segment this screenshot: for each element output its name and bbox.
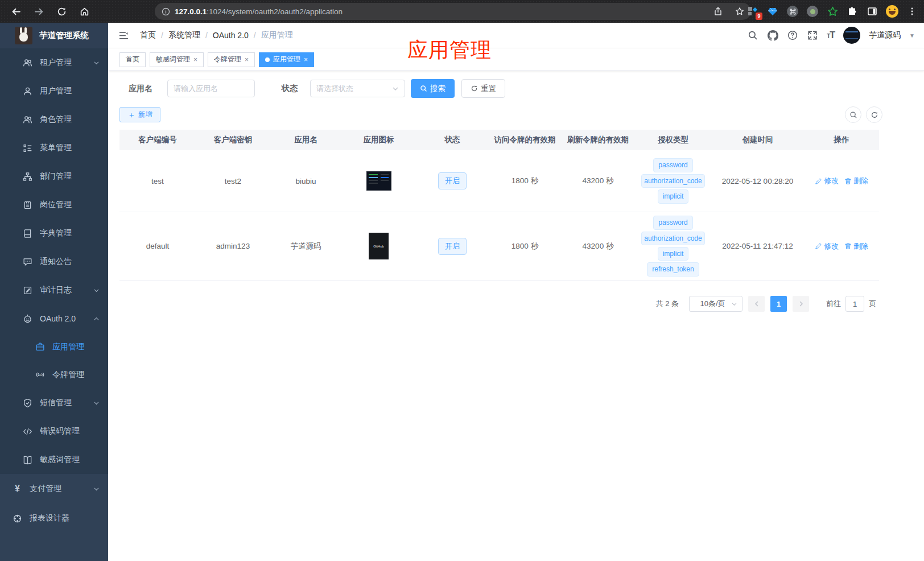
sidebar-item-audit-log[interactable]: 审计日志 xyxy=(0,276,108,304)
extension-command-icon[interactable] xyxy=(786,5,799,18)
browser-reload-icon[interactable] xyxy=(55,5,68,18)
breadcrumb-oauth[interactable]: OAuth 2.0 xyxy=(213,31,249,40)
browser-back-icon[interactable] xyxy=(9,5,23,18)
search-icon xyxy=(420,85,427,92)
app-logo[interactable]: 芋道管理系统 xyxy=(0,23,108,48)
page-size-select[interactable]: 10条/页 xyxy=(689,296,742,312)
url-text: 127.0.0.1:1024/system/oauth2/oauth2/appl… xyxy=(175,7,713,16)
extension-record-icon[interactable] xyxy=(806,5,819,18)
sidebar-item-sensitive-word[interactable]: 敏感词管理 xyxy=(0,446,108,474)
side-panel-icon[interactable] xyxy=(866,5,878,18)
sidebar-item-notice[interactable]: 通知公告 xyxy=(0,248,108,276)
secret-cell: test2 xyxy=(196,177,270,185)
app-icon-image xyxy=(366,171,391,191)
sidebar-item-label: 应用管理 xyxy=(52,342,84,352)
sidebar-item-report-designer[interactable]: 报表设计器 xyxy=(0,504,108,533)
refresh-token-validity-cell: 43200 秒 xyxy=(561,241,635,251)
goto-page-input[interactable] xyxy=(845,296,864,312)
edit-pencil-icon xyxy=(815,178,822,185)
sidebar-item-dict[interactable]: 字典管理 xyxy=(0,219,108,248)
sidebar-item-sms[interactable]: 短信管理 xyxy=(0,389,108,417)
user-avatar[interactable] xyxy=(843,27,860,44)
header-search-icon[interactable] xyxy=(747,30,758,41)
status-badge[interactable]: 开启 xyxy=(438,238,467,255)
sidebar-item-menu[interactable]: 菜单管理 xyxy=(0,134,108,162)
breadcrumb-system[interactable]: 系统管理 xyxy=(168,30,200,40)
browser-forward-icon[interactable] xyxy=(32,5,46,18)
sidebar-item-label: 支付管理 xyxy=(30,484,61,494)
breadcrumb-home[interactable]: 首页 xyxy=(140,30,156,40)
applications-table: 客户端编号 客户端密钥 应用名 应用图标 状态 访问令牌的有效期 刷新令牌的有效… xyxy=(119,130,879,280)
tab-application[interactable]: 应用管理× xyxy=(259,52,314,67)
delete-button[interactable]: 删除 xyxy=(844,176,868,186)
close-icon[interactable]: × xyxy=(245,56,249,64)
extension-grid-icon[interactable]: 9 xyxy=(746,5,759,18)
app-briefcase-icon xyxy=(35,342,45,352)
report-designer-icon xyxy=(13,514,22,523)
search-button[interactable]: 搜索 xyxy=(411,79,455,98)
sidebar-item-post[interactable]: 岗位管理 xyxy=(0,191,108,219)
browser-menu-icon[interactable] xyxy=(906,5,918,18)
next-page-button[interactable] xyxy=(793,296,809,312)
status-select[interactable]: 请选择状态 xyxy=(310,80,405,97)
prev-page-button[interactable] xyxy=(748,296,765,312)
post-badge-icon xyxy=(23,200,32,210)
share-icon[interactable] xyxy=(713,7,723,16)
browser-home-icon[interactable] xyxy=(77,5,91,18)
chevron-right-icon xyxy=(798,300,805,307)
sidebar-collapse-icon[interactable] xyxy=(117,29,130,42)
sidebar-item-oauth[interactable]: OAuth 2.0 xyxy=(0,304,108,333)
chevron-down-icon xyxy=(93,287,100,294)
table-toolbar: ＋ 新增 xyxy=(119,106,913,123)
username[interactable]: 芋道源码 xyxy=(869,30,901,40)
extension-star-icon[interactable] xyxy=(826,5,839,18)
delete-button[interactable]: 删除 xyxy=(844,241,868,251)
user-caret-down-icon[interactable]: ▼ xyxy=(909,32,915,39)
page-suffix-label: 页 xyxy=(869,299,876,309)
trash-icon xyxy=(844,178,852,185)
close-icon[interactable]: × xyxy=(193,56,197,64)
sidebar-item-pay[interactable]: ¥ 支付管理 xyxy=(0,474,108,504)
refresh-table-button[interactable] xyxy=(866,106,882,123)
table-row: default admin123 芋道源码 GitHub 开启 1800 秒 4… xyxy=(119,212,879,280)
tab-home[interactable]: 首页 xyxy=(119,52,146,67)
svg-text:A: A xyxy=(39,373,42,377)
app-name-input[interactable] xyxy=(167,80,255,97)
total-count: 共 2 条 xyxy=(656,299,679,309)
add-button[interactable]: ＋ 新增 xyxy=(119,107,160,122)
site-info-icon[interactable] xyxy=(162,7,170,16)
chevron-down-icon xyxy=(93,486,100,492)
url-bar[interactable]: 127.0.0.1:1024/system/oauth2/oauth2/appl… xyxy=(155,3,751,20)
sidebar-item-tenant[interactable]: 租户管理 xyxy=(0,48,108,77)
edit-button[interactable]: 修改 xyxy=(815,176,839,186)
profile-avatar-icon[interactable] xyxy=(886,5,898,18)
extension-puzzle-icon[interactable] xyxy=(846,5,859,18)
github-icon[interactable] xyxy=(767,30,778,41)
help-icon[interactable] xyxy=(787,30,798,41)
tab-token[interactable]: 令牌管理× xyxy=(208,52,255,67)
bookmark-star-icon[interactable] xyxy=(735,7,744,16)
sidebar-item-dept[interactable]: 部门管理 xyxy=(0,162,108,191)
show-search-toggle-button[interactable] xyxy=(845,106,861,123)
status-badge[interactable]: 开启 xyxy=(438,172,467,189)
sidebar-item-oauth-application[interactable]: 应用管理 xyxy=(0,333,108,361)
reset-button[interactable]: 重置 xyxy=(461,79,505,98)
font-size-icon[interactable]: TT xyxy=(827,30,835,40)
chevron-down-icon xyxy=(731,301,737,307)
close-icon[interactable]: × xyxy=(304,56,308,64)
sidebar-item-label: 租户管理 xyxy=(40,57,72,68)
extension-gem-icon[interactable] xyxy=(766,5,779,18)
tab-sensitive-word[interactable]: 敏感词管理× xyxy=(150,52,204,67)
edit-button[interactable]: 修改 xyxy=(815,241,839,251)
sidebar-item-role[interactable]: 角色管理 xyxy=(0,105,108,134)
app-name-label: 应用名 xyxy=(129,84,152,94)
page-number-button[interactable]: 1 xyxy=(770,296,787,312)
sidebar-item-oauth-token[interactable]: A 令牌管理 xyxy=(0,361,108,389)
sidebar-item-label: OAuth 2.0 xyxy=(40,314,76,323)
fullscreen-icon[interactable] xyxy=(807,30,818,41)
sidebar-item-user[interactable]: 用户管理 xyxy=(0,77,108,105)
browser-extensions: 9 xyxy=(746,0,918,23)
chevron-up-icon xyxy=(93,316,100,322)
grant-type-tag: password xyxy=(653,158,692,172)
sidebar-item-error-code[interactable]: 错误码管理 xyxy=(0,417,108,446)
